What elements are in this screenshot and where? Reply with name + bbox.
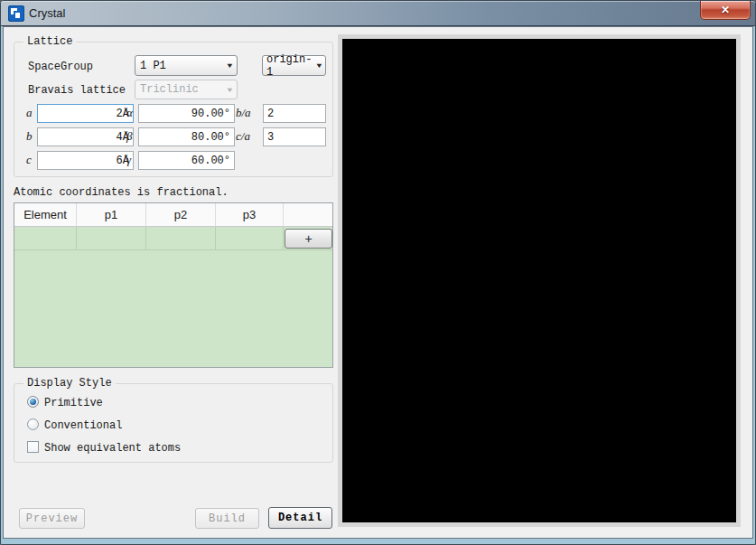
ba-label: b/a bbox=[236, 107, 251, 119]
gamma-label: γ bbox=[126, 154, 131, 166]
detail-button[interactable]: Detail bbox=[268, 507, 332, 529]
ca-input[interactable] bbox=[263, 127, 326, 146]
chevron-down-icon: ▼ bbox=[228, 86, 233, 94]
radio-conventional[interactable] bbox=[27, 418, 39, 430]
origin-dropdown[interactable]: origin-1 ▼ bbox=[262, 55, 326, 76]
origin-value: origin-1 bbox=[266, 53, 317, 79]
dialog-client-area: Lattice SpaceGroup 1 P1 ▼ origin-1 ▼ Bra… bbox=[3, 26, 753, 539]
bravais-label: Bravais lattice bbox=[28, 84, 126, 97]
cell-p2[interactable] bbox=[146, 227, 216, 250]
beta-input[interactable] bbox=[138, 127, 235, 146]
app-icon bbox=[8, 5, 24, 22]
bravais-value: Triclinic bbox=[140, 83, 199, 96]
cell-p1[interactable] bbox=[77, 227, 146, 250]
bravais-dropdown: Triclinic ▼ bbox=[135, 80, 238, 99]
a-input[interactable] bbox=[37, 104, 134, 123]
col-header-p1[interactable]: p1 bbox=[77, 203, 146, 227]
c-input[interactable] bbox=[37, 151, 134, 170]
viewport-3d[interactable] bbox=[342, 39, 736, 522]
col-header-actions bbox=[284, 203, 332, 227]
crystal-dialog: Crystal ✕ Lattice SpaceGroup 1 P1 ▼ orig… bbox=[0, 0, 756, 545]
table-header-row: Element p1 p2 p3 bbox=[14, 203, 332, 227]
col-header-p2[interactable]: p2 bbox=[146, 203, 216, 227]
title-bar[interactable]: Crystal ✕ bbox=[1, 1, 755, 26]
cell-element[interactable] bbox=[14, 227, 77, 250]
chevron-down-icon: ▼ bbox=[228, 61, 233, 70]
ca-label: c/a bbox=[236, 130, 250, 143]
window-title: Crystal bbox=[29, 1, 65, 26]
atoms-table: Element p1 p2 p3 + bbox=[14, 202, 333, 368]
display-style-groupbox: Display Style Primitive Conventional Sho… bbox=[14, 383, 333, 463]
alpha-input[interactable] bbox=[138, 104, 235, 123]
viewport-frame bbox=[338, 34, 741, 527]
table-empty-area[interactable] bbox=[14, 250, 332, 367]
ba-input[interactable] bbox=[263, 104, 326, 123]
col-header-p3[interactable]: p3 bbox=[216, 203, 284, 227]
show-equivalent-atoms-label[interactable]: Show equivalent atoms bbox=[44, 442, 181, 455]
alpha-label: α bbox=[126, 107, 133, 119]
preview-button[interactable]: Preview bbox=[19, 508, 85, 529]
spacegroup-value: 1 P1 bbox=[140, 60, 166, 72]
build-button[interactable]: Build bbox=[195, 508, 259, 529]
a-label: a bbox=[26, 107, 33, 119]
close-button[interactable]: ✕ bbox=[700, 1, 751, 20]
b-input[interactable] bbox=[37, 127, 134, 146]
b-label: b bbox=[26, 130, 33, 143]
spacegroup-label: SpaceGroup bbox=[28, 61, 93, 73]
radio-conventional-label[interactable]: Conventional bbox=[44, 419, 122, 432]
add-row-button[interactable]: + bbox=[285, 229, 332, 249]
display-style-group-label: Display Style bbox=[23, 377, 116, 390]
radio-primitive[interactable] bbox=[27, 396, 39, 408]
cell-p3[interactable] bbox=[216, 227, 284, 250]
beta-label: β bbox=[126, 130, 132, 143]
lattice-group-label: Lattice bbox=[23, 35, 76, 49]
fractional-coords-note: Atomic coordinates is fractional. bbox=[14, 186, 229, 199]
c-label: c bbox=[26, 154, 32, 166]
radio-primitive-label[interactable]: Primitive bbox=[44, 397, 103, 409]
show-equivalent-atoms-checkbox[interactable] bbox=[27, 441, 39, 453]
spacegroup-dropdown[interactable]: 1 P1 ▼ bbox=[135, 55, 238, 76]
col-header-element[interactable]: Element bbox=[14, 203, 77, 227]
chevron-down-icon: ▼ bbox=[317, 61, 322, 70]
gamma-input[interactable] bbox=[138, 151, 235, 170]
